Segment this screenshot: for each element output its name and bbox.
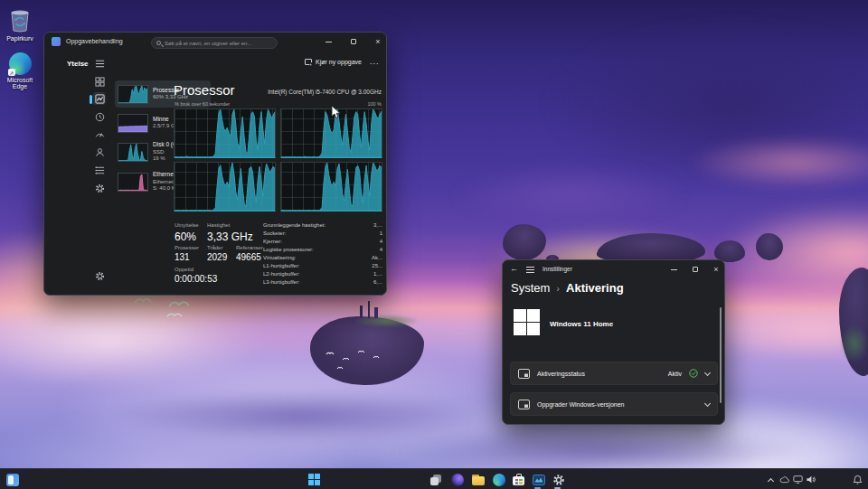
stat-label: Oppetid [175, 267, 193, 272]
search-placeholder: Søk på et navn, en utgiver eller en... [165, 41, 251, 46]
task-manager-settings-button[interactable] [93, 269, 106, 282]
stat-value: 3,33 GHz [207, 230, 253, 243]
bird-icon [134, 296, 152, 306]
run-new-task-label: Kjør ny oppgave [316, 59, 362, 65]
chat-button[interactable] [449, 472, 465, 487]
island-vegetation [841, 325, 868, 362]
more-options-button[interactable]: ... [370, 57, 380, 66]
tray-expand-button[interactable] [765, 474, 777, 485]
task-manager-window: Oppgavebehandling Søk på et navn, en utg… [43, 32, 387, 296]
disk-mini-chart [118, 143, 148, 162]
stat-label: Prosesser [175, 245, 199, 250]
cpu-detail-row: Grunnleggende hastighet:3,... [263, 222, 382, 228]
nav-services[interactable] [93, 182, 106, 194]
stat-label: Utnyttelse [175, 222, 199, 228]
close-button[interactable]: × [371, 36, 385, 47]
close-button[interactable]: × [709, 264, 723, 275]
file-explorer-button[interactable] [470, 472, 486, 487]
stat-value: 60% [175, 230, 196, 243]
desktop-icon-recycle-bin[interactable]: Papirkurv [0, 7, 40, 42]
bird-icon [168, 298, 190, 310]
row-label: Oppgrader Windows-versjonen [537, 401, 698, 408]
desktop-icon-label: Papirkurv [0, 35, 40, 42]
cpu-detail-row: Socketer:1 [263, 230, 382, 236]
settings-titlebar: ← Innstillinger × [503, 260, 724, 278]
bird-icon [166, 311, 183, 319]
notifications-bell-icon[interactable] [852, 474, 863, 485]
island-castle-spire [374, 307, 378, 318]
nav-startup-apps[interactable] [93, 127, 106, 140]
nav-selected-indicator [90, 95, 92, 104]
widgets-button[interactable] [5, 472, 20, 487]
axis-label-right: 100 % [345, 101, 382, 107]
cpu-detail-row: Logiske prosessorer:4 [263, 247, 382, 252]
nav-menu-button[interactable] [93, 57, 106, 70]
breadcrumb-current: Aktivering [566, 281, 624, 295]
upgrade-windows-row[interactable]: Oppgrader Windows-versjonen [510, 392, 718, 416]
nav-users[interactable] [93, 146, 106, 158]
cpu-model: Intel(R) Core(TM) i5-7400 CPU @ 3.00GHz [201, 89, 382, 95]
scrollbar[interactable] [720, 307, 722, 403]
settings-window: ← Innstillinger × System › Aktivering Wi… [502, 259, 725, 425]
nav-details[interactable] [93, 164, 106, 176]
back-button[interactable]: ← [510, 264, 518, 273]
island-vegetation [354, 315, 418, 327]
shortcut-arrow-icon: ↗ [8, 69, 15, 76]
cloud-blob [452, 163, 687, 226]
ethernet-mini-chart [118, 173, 148, 192]
stat-label: Referanser [236, 245, 263, 250]
cpu-core-chart-1 [174, 108, 276, 158]
onedrive-icon[interactable] [778, 474, 790, 485]
activation-status-row[interactable]: Aktiveringsstatus Aktiv [510, 362, 718, 385]
task-manager-app-icon [52, 37, 61, 46]
stat-value: 0:00:00:53 [175, 274, 217, 284]
bird-icon [373, 354, 380, 359]
breadcrumb: System › Aktivering [511, 281, 624, 295]
microsoft-store-button[interactable] [511, 472, 526, 487]
minimize-button[interactable] [666, 264, 681, 275]
status-ok-icon [689, 369, 698, 378]
activation-icon [518, 369, 530, 379]
desktop-icon-edge[interactable]: ↗ Microsoft Edge [0, 52, 40, 89]
settings-taskbar-button[interactable] [551, 472, 566, 487]
volume-icon[interactable] [805, 474, 816, 485]
window-title: Oppgavebehandling [66, 38, 123, 44]
edge-button[interactable] [491, 472, 506, 487]
desktop: Papirkurv ↗ Microsoft Edge Oppgavebehand… [0, 0, 868, 489]
task-manager-taskbar-button[interactable] [531, 472, 546, 487]
breadcrumb-parent[interactable]: System [511, 281, 550, 295]
bird-icon [357, 349, 365, 353]
stat-label: Tråder [207, 245, 222, 250]
nav-performance[interactable] [93, 92, 106, 105]
island-castle-spire [360, 306, 363, 318]
store-icon [513, 474, 524, 485]
task-manager-search-input[interactable]: Søk på et navn, en utgiver eller en... [151, 37, 278, 49]
windows-start-icon [308, 474, 320, 485]
nav-menu-button[interactable] [526, 267, 534, 273]
task-view-button[interactable] [429, 472, 444, 487]
stat-value: 131 [175, 252, 190, 262]
maximize-button[interactable] [346, 36, 361, 47]
stat-label: Hastighet [207, 222, 230, 228]
nav-processes[interactable] [93, 75, 106, 88]
stat-value: 49665 [236, 252, 261, 262]
start-button[interactable] [307, 472, 322, 487]
edge-icon: ↗ [9, 52, 32, 75]
upgrade-icon [518, 400, 530, 409]
activation-status-value: Aktiv [668, 371, 682, 377]
maximize-button[interactable] [688, 264, 703, 275]
page-title: Ytelse [67, 60, 89, 68]
minimize-button[interactable] [321, 36, 335, 47]
search-icon [156, 41, 161, 45]
cpu-mini-chart [118, 85, 148, 104]
windows-logo [514, 309, 540, 335]
run-new-task-button[interactable]: + Kjør ny oppgave [305, 59, 362, 65]
bird-icon [326, 351, 335, 356]
bird-icon [342, 356, 350, 361]
file-explorer-icon [472, 475, 485, 485]
nav-app-history[interactable] [93, 110, 106, 123]
desktop-icon-label: Microsoft Edge [0, 77, 40, 89]
gear-icon [552, 474, 565, 486]
network-icon[interactable] [792, 474, 804, 485]
taskbar: Søk 20:16 29.12. [0, 468, 868, 489]
